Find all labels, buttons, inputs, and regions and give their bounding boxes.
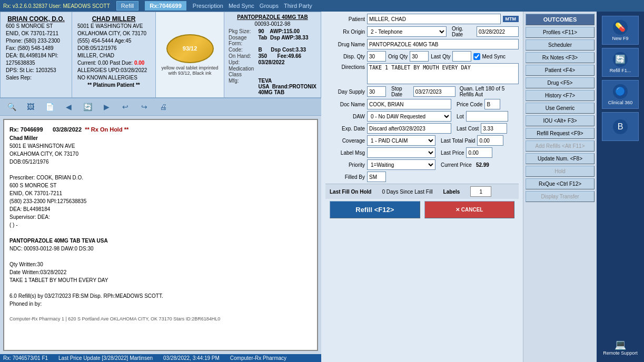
last-fill-label: Last Fill On Hold: [330, 189, 371, 195]
orig-qty-input[interactable]: [410, 51, 429, 62]
on-hand-value: 350 Fee:49.66: [258, 53, 316, 59]
doc-name-input[interactable]: [367, 99, 451, 109]
refill-request-button[interactable]: Refill Request <F9>: [526, 128, 595, 139]
toolbar-image[interactable]: 🖼: [23, 100, 38, 113]
rx-ndc: NDC: 00093-0012-98 DAW:0 DS:30: [9, 245, 312, 253]
iou-button[interactable]: IOU <Alt+ F3>: [526, 115, 595, 126]
far-right-panel: 💊 New F9 🔄 Refill F1... 🔵 Clinical 360 B…: [597, 12, 644, 362]
profiles-button[interactable]: Profiles <F11>: [526, 27, 595, 38]
stop-date-input[interactable]: [413, 86, 455, 97]
priority-row: Priority 1=Waiting Current Price 52.99: [325, 159, 519, 170]
outcomes-button[interactable]: OUTCOMES: [526, 14, 595, 25]
rx-drug: PANTOPRAZOLE 40MG TAB TEVA USA: [9, 237, 312, 245]
drug-name-form-label: Drug Name: [325, 42, 365, 47]
rx-directions: TAKE 1 TABLET BY MOUTH EVERY DAY: [9, 276, 312, 284]
disp-qty-input[interactable]: [367, 51, 386, 62]
update-num-button[interactable]: Update Num. <F8>: [526, 153, 595, 164]
priority-select[interactable]: 1=Waiting: [367, 159, 435, 170]
filled-by-input[interactable]: [367, 172, 386, 182]
refill-f1-icon: 🔄: [613, 52, 628, 67]
patient-name2: MILLER, CHAD: [77, 52, 150, 59]
last-price-label: Last Price: [441, 150, 464, 156]
mtm-badge[interactable]: MTM: [503, 16, 519, 22]
last-price-input[interactable]: [466, 147, 492, 158]
toolbar-refresh[interactable]: 🔄: [80, 100, 95, 113]
tab-rx[interactable]: Rx:7046699: [145, 1, 186, 11]
drug-name-input[interactable]: [367, 39, 519, 49]
new-rx-button[interactable]: 💊 New F9: [602, 16, 639, 45]
coverage-select[interactable]: 1 - PAID CLAIM: [367, 135, 435, 146]
lot-label: Lot: [457, 114, 464, 119]
b-button[interactable]: B: [602, 112, 639, 141]
tab-refill[interactable]: Refill: [116, 1, 138, 11]
label-msg-row: Label Msg Last Price: [325, 147, 519, 158]
day-supply-row: Day Supply Stop Date Quan. Left 180 of 5…: [325, 86, 519, 97]
hold-button[interactable]: Hold: [526, 166, 595, 177]
patient-address: 5001 E WASHINGTON AVE: [77, 23, 150, 30]
last-cost-input[interactable]: [481, 123, 507, 134]
drug-image: 93/12: [166, 34, 214, 63]
add-refills-button[interactable]: Add Refills <Alt F11>: [526, 140, 595, 152]
mfg-label: Mfg:: [229, 78, 254, 95]
patient-financial: Current: 0.00 Past Due: 0.00: [77, 59, 150, 67]
patient-info-bar: BRIAN COOK, D.O. 600 S MONROE ST ENID, O…: [0, 12, 321, 98]
toolbar-doc[interactable]: 📄: [42, 100, 57, 113]
med-sync-checkbox-label[interactable]: Med Sync: [473, 53, 505, 60]
current-price-label: Current Price: [441, 162, 472, 168]
day-supply-input[interactable]: [367, 86, 386, 97]
rxque-button[interactable]: RxQue <Ctrl F12>: [526, 178, 595, 189]
toolbar-zoom[interactable]: 🔍: [4, 100, 19, 113]
days-since-label: 0 Days Since Last Fill: [382, 189, 432, 195]
status-time: 03/28/2022, 3:44:19 PM: [163, 355, 220, 361]
last-qty-input[interactable]: [452, 51, 471, 62]
patient-form-input[interactable]: [367, 14, 501, 24]
orig-date-input[interactable]: [477, 26, 519, 37]
remote-support-button[interactable]: 💻 Remote Support: [601, 337, 640, 358]
refill-f1-button[interactable]: 🔄 Refill F1...: [602, 48, 639, 77]
daw-select[interactable]: 0 - No DAW Requested: [367, 111, 451, 122]
rx-date: 03/28/2022: [53, 126, 82, 133]
exp-date-label: Exp. Date: [325, 126, 365, 132]
label-msg-select[interactable]: [367, 147, 435, 158]
rx-notes-button[interactable]: Rx Notes <F3>: [526, 52, 595, 63]
menu-bar: Prescription Med Sync Groups Third Party: [193, 3, 312, 9]
toolbar-undo[interactable]: ↩: [118, 100, 133, 113]
bottom-form-row: Last Fill On Hold 0 Days Since Last Fill…: [325, 184, 519, 199]
menu-third-party[interactable]: Third Party: [284, 3, 312, 9]
cancel-button[interactable]: ✕ CANCEL: [424, 201, 515, 218]
lot-input[interactable]: [466, 111, 508, 122]
rx-origin-select[interactable]: 2 - Telephone: [367, 26, 447, 37]
directions-row: Directions TAKE 1 TABLET BY MOUTH EVERY …: [325, 63, 519, 84]
med-class-label: Medication Class: [229, 66, 254, 77]
drug-button[interactable]: Drug <F5>: [526, 77, 595, 88]
rx-footer: Computer-Rx Pharmacy 1 | 620 S Portland …: [9, 316, 312, 323]
display-transfer-button[interactable]: Display Transfer: [526, 191, 595, 202]
clinical-360-button[interactable]: 🔵 Clinical 360: [602, 80, 639, 109]
labels-input[interactable]: [470, 186, 491, 197]
label-msg-label: Label Msg: [325, 150, 365, 156]
toolbar-forward[interactable]: ▶: [99, 100, 114, 113]
directions-textarea[interactable]: TAKE 1 TABLET BY MOUTH EVERY DAY: [367, 63, 519, 84]
refill-button[interactable]: Refill <F12>: [330, 201, 420, 218]
status-pharmacy: Computer-Rx Pharmacy: [230, 355, 286, 361]
exp-date-input[interactable]: [367, 123, 451, 134]
rx-qty-written: Qty Written:30: [9, 260, 312, 268]
med-sync-checkbox[interactable]: [473, 53, 480, 60]
action-panel: OUTCOMES Profiles <F11> Scheduler Rx Not…: [523, 12, 597, 362]
menu-med-sync[interactable]: Med Sync: [229, 3, 254, 9]
toolbar-print[interactable]: 🖨: [156, 100, 171, 113]
menu-prescription[interactable]: Prescription: [193, 3, 223, 9]
rx-prescriber-phone: (580) 233-2300 NPI:1275638835: [9, 197, 312, 205]
scheduler-button[interactable]: Scheduler: [526, 39, 595, 51]
use-generic-button[interactable]: Use Generic: [526, 103, 595, 114]
last-total-paid-input[interactable]: [477, 135, 503, 146]
history-button[interactable]: History <F7>: [526, 90, 595, 101]
doc-name-row: Doc Name Price Code: [325, 99, 519, 109]
rx-status: ** Rx On Hold **: [85, 126, 128, 133]
toolbar-back[interactable]: ◀: [61, 100, 76, 113]
price-code-input[interactable]: [484, 99, 500, 109]
rx-header: Rx: 7046699 03/28/2022 ** Rx On Hold **: [9, 125, 312, 134]
menu-groups[interactable]: Groups: [260, 3, 279, 9]
patient-button[interactable]: Patient <F4>: [526, 65, 595, 76]
toolbar-redo[interactable]: ↪: [137, 100, 152, 113]
